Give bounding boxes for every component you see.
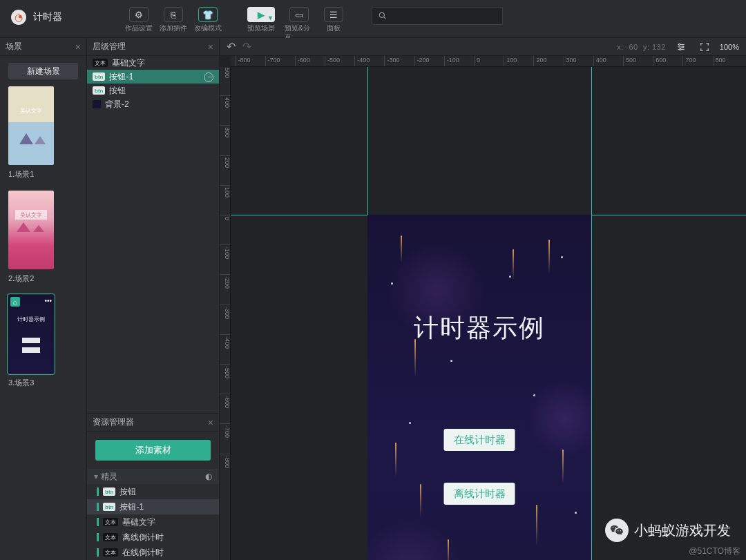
hierarchy-panel-header: 层级管理 × (87, 38, 219, 56)
panel-button[interactable]: ☰ 面板 (319, 4, 348, 43)
layer-list: 文本 基础文字 btn 按钮-1 btn 按钮 背景-2 (87, 56, 219, 111)
resource-list: btn按钮 btn按钮-1 文本基础文字 文本离线倒计时 文本在线倒计时 (87, 484, 219, 560)
resource-group-header[interactable]: ▾精灵 ◐ (87, 469, 219, 484)
scenes-panel-title: 场景 (6, 41, 22, 52)
stage-button-offline[interactable]: 离线计时器 (444, 483, 515, 505)
brand: ◔ 计时器 (0, 0, 124, 25)
play-icon: ▶ (247, 7, 275, 22)
resource-name: 基础文字 (122, 516, 155, 528)
svg-point-0 (379, 12, 384, 17)
layer-name: 背景-2 (105, 99, 129, 110)
phone-icon: ▭ (289, 7, 309, 22)
more-icon[interactable]: ••• (44, 297, 52, 305)
viewport[interactable]: 计时器示例 在线计时器 离线计时器 (231, 67, 746, 560)
project-title: 计时器 (33, 11, 62, 23)
scene-thumb: ⌂ ••• 计时器示例 (8, 295, 54, 374)
resource-row[interactable]: 文本基础文字 (87, 514, 219, 530)
svg-line-1 (384, 17, 386, 19)
stage[interactable]: 计时器示例 在线计时器 离线计时器 (367, 215, 591, 560)
scenes-panel: 场景 × 新建场景 吴认文字 1.场景1 吴认文字 2.场景2 ⌂ ••• 计时 (0, 38, 87, 560)
fit-screen-icon[interactable] (696, 41, 713, 53)
scene-item-label: 3.场景3 (8, 378, 78, 388)
stage-button-online[interactable]: 在线计时器 (444, 429, 515, 451)
guide-vertical[interactable] (591, 67, 592, 560)
resource-row[interactable]: 文本在线倒计时 (87, 545, 219, 560)
svg-point-7 (680, 48, 681, 50)
text-type-icon: 文本 (93, 59, 108, 67)
canvas-toolbar: ↶ ↷ x: -60 y: 132 100% (220, 38, 746, 56)
resource-panel-close-icon[interactable]: × (208, 417, 213, 428)
resource-name: 在线倒计时 (122, 547, 164, 559)
scene-item-3[interactable]: ⌂ ••• 计时器示例 3.场景3 (8, 295, 78, 388)
ruler-vertical: 5004003002001000-100-200-300-400-500-600… (220, 67, 231, 560)
text-type-icon: 文本 (103, 548, 118, 557)
scenes-panel-header: 场景 × (0, 38, 86, 56)
resource-name: 按钮-1 (119, 501, 144, 513)
hierarchy-panel-title: 层级管理 (93, 41, 126, 52)
app-logo-icon: ◔ (11, 10, 26, 25)
resource-row[interactable]: btn按钮 (87, 484, 219, 499)
button-type-icon: btn (103, 487, 115, 496)
watermark: 小蚂蚁游戏开发 (605, 519, 731, 542)
sliders-icon[interactable] (673, 41, 689, 53)
redo-button[interactable]: ↷ (242, 40, 251, 53)
button-type-icon: btn (93, 86, 105, 95)
scenes-panel-close-icon[interactable]: × (75, 41, 81, 52)
project-settings-button[interactable]: ⚙ 作品设置 (124, 4, 153, 43)
svg-point-5 (678, 44, 680, 45)
scene-item-label: 1.场景1 (8, 169, 78, 180)
canvas-area: ↶ ↷ x: -60 y: 132 100% -800-700-600-500-… (220, 38, 746, 560)
undo-button[interactable]: ↶ (227, 40, 236, 53)
layer-row[interactable]: 文本 基础文字 (87, 56, 219, 70)
text-type-icon: 文本 (103, 533, 118, 541)
layer-row[interactable]: btn 按钮 (87, 84, 219, 97)
home-icon: ⌂ (10, 297, 20, 307)
edit-mode-button[interactable]: 👕 改编模式 (193, 4, 222, 43)
ruler-horizontal: -800-700-600-500-400-300-200-10001002003… (231, 56, 746, 67)
scene-item-label: 2.场景2 (8, 273, 78, 284)
resource-manager-panel: 资源管理器 × 添加素材 ▾精灵 ◐ btn按钮 btn按钮-1 文本基础文字 … (87, 413, 219, 560)
gear-icon: ⚙ (129, 7, 149, 22)
resource-name: 离线倒计时 (122, 532, 164, 543)
layer-name: 按钮-1 (109, 71, 133, 83)
resource-row[interactable]: btn按钮-1 (87, 499, 219, 514)
bg-type-icon (93, 100, 101, 108)
layer-name: 基础文字 (112, 57, 145, 69)
search-input[interactable] (372, 7, 503, 25)
wechat-icon (605, 519, 629, 542)
scene-item-2[interactable]: 吴认文字 2.场景2 (8, 191, 78, 284)
new-scene-button[interactable]: 新建场景 (8, 63, 78, 79)
resource-row[interactable]: 文本离线倒计时 (87, 530, 219, 545)
resource-panel-header: 资源管理器 × (87, 414, 219, 432)
credit-text: @51CTO博客 (689, 545, 740, 557)
stage-title-text[interactable]: 计时器示例 (367, 311, 591, 345)
preview-scene-button[interactable]: ▶ 预览场景 (243, 4, 279, 43)
resource-panel-title: 资源管理器 (93, 416, 134, 428)
svg-point-6 (682, 46, 683, 47)
plugin-icon: ⎘ (164, 7, 183, 22)
preview-share-button[interactable]: ▭ 预览&分享 (285, 4, 314, 43)
shirt-icon: 👕 (198, 7, 218, 22)
palette-icon[interactable]: ◐ (205, 472, 212, 481)
add-plugin-button[interactable]: ⎘ 添加插件 (159, 4, 188, 43)
layer-row[interactable]: btn 按钮-1 (87, 70, 219, 84)
search-icon (378, 11, 388, 21)
toolbar-buttons: ⚙ 作品设置 ⎘ 添加插件 👕 改编模式 ▶ 预览场景 ▭ 预览&分享 ☰ 面板 (124, 0, 348, 43)
cursor-coordinates: x: -60 y: 132 (617, 43, 666, 51)
layer-name: 按钮 (109, 85, 126, 97)
button-type-icon: btn (93, 73, 105, 81)
layer-row[interactable]: 背景-2 (87, 97, 219, 111)
hierarchy-panel-close-icon[interactable]: × (208, 41, 213, 52)
caret-down-icon: ▾ (94, 472, 98, 481)
hierarchy-panel: 层级管理 × 文本 基础文字 btn 按钮-1 btn 按钮 背景-2 资源管理 (87, 38, 220, 560)
scene-list: 吴认文字 1.场景1 吴认文字 2.场景2 ⌂ ••• 计时器示例 3.场景3 (0, 86, 86, 388)
list-icon: ☰ (324, 7, 343, 22)
button-type-icon: btn (103, 503, 115, 511)
resource-name: 按钮 (119, 486, 136, 498)
top-toolbar: ◔ 计时器 ⚙ 作品设置 ⎘ 添加插件 👕 改编模式 ▶ 预览场景 ▭ 预览&分… (0, 0, 746, 38)
scene-item-1[interactable]: 吴认文字 1.场景1 (8, 86, 78, 180)
add-resource-button[interactable]: 添加素材 (95, 440, 211, 461)
zoom-percent[interactable]: 100% (720, 43, 739, 51)
watermark-text: 小蚂蚁游戏开发 (634, 521, 731, 540)
text-type-icon: 文本 (103, 518, 118, 526)
